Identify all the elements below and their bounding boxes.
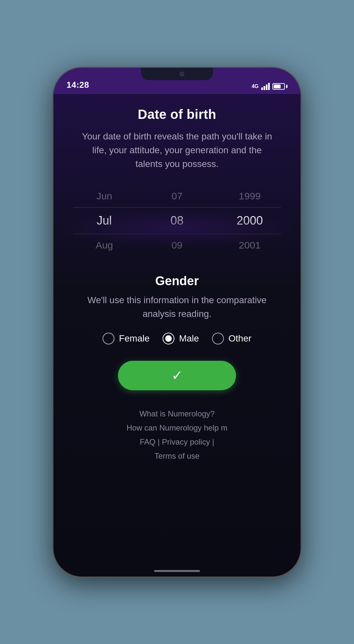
signal-bar-1 xyxy=(261,87,263,90)
signal-bar-2 xyxy=(264,86,265,90)
month-next[interactable]: Aug xyxy=(73,233,135,258)
notch xyxy=(141,68,213,80)
month-prev[interactable]: Jun xyxy=(73,184,135,209)
radio-inner-male xyxy=(165,335,172,342)
battery-icon xyxy=(272,83,287,90)
month-selected[interactable]: Jul xyxy=(73,209,135,233)
footer-link-2[interactable]: How can Numerology help m xyxy=(127,421,227,435)
radio-label-other: Other xyxy=(228,333,251,344)
signal-bars xyxy=(261,83,270,90)
status-bar: 14:28 4G xyxy=(53,68,301,94)
radio-label-male: Male xyxy=(179,333,199,344)
day-picker[interactable]: 07 08 09 xyxy=(146,184,208,258)
radio-male[interactable]: Male xyxy=(163,333,199,344)
year-picker[interactable]: 1999 2000 2001 xyxy=(219,184,281,258)
footer-link-4[interactable]: Terms of use xyxy=(127,449,227,463)
day-selected[interactable]: 08 xyxy=(146,209,208,233)
radio-label-female: Female xyxy=(119,333,149,344)
signal-bar-3 xyxy=(266,84,267,90)
day-next[interactable]: 09 xyxy=(146,233,208,258)
4g-icon: 4G xyxy=(252,83,259,89)
month-picker[interactable]: Jun Jul Aug xyxy=(73,184,135,258)
phone-frame: 14:28 4G Date of birth Your date of birt… xyxy=(52,67,302,578)
gender-subtitle: We'll use this information in the compar… xyxy=(73,293,281,321)
gender-title: Gender xyxy=(155,274,199,288)
year-next[interactable]: 2001 xyxy=(219,233,281,258)
radio-other[interactable]: Other xyxy=(212,333,251,344)
confirm-button[interactable]: ✓ xyxy=(118,361,236,390)
battery-tip xyxy=(286,85,287,88)
year-selected[interactable]: 2000 xyxy=(219,209,281,233)
footer-link-1[interactable]: What is Numerology? xyxy=(127,407,227,421)
day-prev[interactable]: 07 xyxy=(146,184,208,209)
radio-circle-male[interactable] xyxy=(163,333,174,344)
home-indicator xyxy=(154,570,200,572)
camera xyxy=(180,72,184,76)
radio-circle-other[interactable] xyxy=(212,333,224,344)
status-icons: 4G xyxy=(252,83,287,90)
page-title: Date of birth xyxy=(138,107,216,122)
footer-links: What is Numerology? How can Numerology h… xyxy=(127,407,227,463)
battery-body xyxy=(272,83,285,90)
gender-options[interactable]: Female Male Other xyxy=(73,333,281,344)
footer-link-3[interactable]: FAQ | Privacy policy | xyxy=(127,435,227,449)
radio-circle-female[interactable] xyxy=(103,333,114,344)
year-prev[interactable]: 1999 xyxy=(219,184,281,209)
battery-fill xyxy=(274,84,281,88)
radio-female[interactable]: Female xyxy=(103,333,149,344)
status-time: 14:28 xyxy=(67,80,89,90)
main-content: Date of birth Your date of birth reveals… xyxy=(53,94,301,577)
checkmark-icon: ✓ xyxy=(171,367,183,383)
page-subtitle: Your date of birth reveals the path you'… xyxy=(73,130,281,171)
signal-bar-4 xyxy=(268,83,270,90)
date-picker[interactable]: Jun Jul Aug 07 08 09 1999 2000 2001 xyxy=(73,184,281,258)
